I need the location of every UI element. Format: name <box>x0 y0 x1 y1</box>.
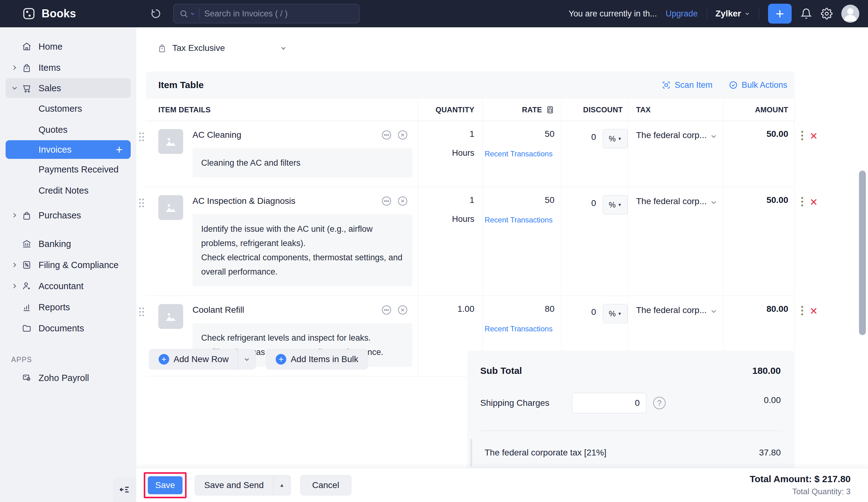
item-name[interactable]: AC Inspection & Diagnosis <box>193 196 296 206</box>
sub-total-value: 180.00 <box>752 366 781 376</box>
tax-mode-dropdown[interactable]: Tax Exclusive <box>157 43 287 53</box>
add-items-in-bulk-button[interactable]: +Add Items in Bulk <box>266 349 368 369</box>
chevron-right-icon[interactable] <box>11 261 19 269</box>
bulk-actions-button[interactable]: Bulk Actions <box>728 80 787 90</box>
save-and-send-button[interactable]: Save and Send ▲ <box>195 475 291 495</box>
item-table-panel: Item Table Scan Item Bulk Actions ITEM D… <box>146 71 795 376</box>
search-divider <box>199 8 199 20</box>
sidebar-item-banking[interactable]: Banking <box>0 233 136 254</box>
total-amount-value: $ 217.80 <box>814 474 851 484</box>
drag-handle[interactable] <box>138 198 145 209</box>
item-name[interactable]: AC Cleaning <box>193 130 241 140</box>
drag-handle[interactable] <box>138 306 145 318</box>
sidebar-item-reports[interactable]: Reports <box>0 296 136 318</box>
sidebar-item-invoices[interactable]: Invoices + <box>6 140 131 159</box>
help-question-icon[interactable]: ? <box>653 397 665 409</box>
settings-button[interactable] <box>821 8 833 20</box>
row-menu-icon[interactable] <box>800 196 804 209</box>
collapse-sidebar-button[interactable] <box>113 477 136 502</box>
quantity-cell[interactable]: 1 Hours <box>418 187 483 296</box>
item-description[interactable]: Identify the issue with the AC unit (e.g… <box>193 215 412 286</box>
total-amount-label: Total Amount: <box>750 474 812 484</box>
history-button[interactable] <box>149 8 162 20</box>
sidebar-item-purchases[interactable]: Purchases <box>0 205 136 226</box>
item-image-placeholder[interactable] <box>158 195 183 220</box>
scan-item-button[interactable]: Scan Item <box>662 80 712 90</box>
sidebar-item-sales[interactable]: Sales <box>6 78 131 98</box>
rate-cell[interactable]: 50 Recent Transactions <box>483 121 561 187</box>
sidebar-item-filing-compliance[interactable]: Filing & Compliance <box>0 254 136 275</box>
item-image-placeholder[interactable] <box>158 129 183 154</box>
recent-transactions-link[interactable]: Recent Transactions <box>483 149 555 158</box>
search-input[interactable] <box>204 9 354 19</box>
drag-handle[interactable] <box>138 132 145 143</box>
discount-cell[interactable]: 0 %▼ <box>561 121 628 187</box>
sidebar-item-credit-notes[interactable]: Credit Notes <box>0 180 136 201</box>
chevron-down-icon[interactable] <box>11 84 19 92</box>
sidebar-item-payments-received[interactable]: Payments Received <box>0 159 136 180</box>
save-and-send-dropdown[interactable]: ▲ <box>273 475 291 495</box>
caret-down-icon: ▼ <box>618 202 622 207</box>
sidebar-item-items[interactable]: Items <box>0 57 136 78</box>
totals-summary: Total Amount: $ 217.80 Total Quantity: 3 <box>750 474 851 496</box>
delete-row-icon[interactable] <box>809 197 818 208</box>
chevron-down-icon <box>710 132 718 140</box>
chevron-right-icon[interactable] <box>11 282 19 290</box>
global-search[interactable] <box>173 4 360 23</box>
gear-icon <box>821 8 833 20</box>
add-new-row-button[interactable]: +Add New Row <box>149 349 256 369</box>
sidebar: Home Items Sales Customers Quotes Invoic… <box>0 27 136 502</box>
discount-cell[interactable]: 0 %▼ <box>561 187 628 296</box>
sidebar-item-quotes[interactable]: Quotes <box>0 119 136 140</box>
recent-transactions-link[interactable]: Recent Transactions <box>483 216 555 224</box>
sidebar-item-home[interactable]: Home <box>0 36 136 57</box>
item-description[interactable]: Cleaning the AC and filters <box>193 148 412 177</box>
column-amount: AMOUNT <box>724 99 795 121</box>
search-scope-chevron-icon[interactable] <box>190 11 195 17</box>
item-more-icon[interactable] <box>381 304 392 316</box>
shipping-charges-input[interactable] <box>572 393 646 413</box>
item-image-placeholder[interactable] <box>158 304 183 329</box>
delete-row-icon[interactable] <box>809 306 818 317</box>
discount-unit-dropdown[interactable]: %▼ <box>603 195 628 215</box>
caret-down-icon: ▼ <box>618 311 622 316</box>
vertical-scrollbar[interactable] <box>859 171 866 335</box>
recent-transactions-link[interactable]: Recent Transactions <box>483 325 555 333</box>
notifications-button[interactable] <box>800 8 812 20</box>
item-more-icon[interactable] <box>381 129 392 141</box>
sidebar-item-accountant[interactable]: Accountant <box>0 275 136 296</box>
table-row: AC Cleaning Cleaning the AC and filters … <box>146 121 795 187</box>
org-switcher[interactable]: Zylker <box>715 9 751 19</box>
item-clear-icon[interactable] <box>397 129 409 141</box>
item-more-icon[interactable] <box>381 195 392 207</box>
add-new-row-dropdown[interactable] <box>238 349 255 369</box>
row-menu-icon[interactable] <box>800 130 804 143</box>
item-name[interactable]: Coolant Refill <box>193 305 244 315</box>
row-menu-icon[interactable] <box>800 305 804 318</box>
discount-unit-dropdown[interactable]: %▼ <box>603 304 628 323</box>
rate-cell[interactable]: 50 Recent Transactions <box>483 187 561 296</box>
discount-unit-dropdown[interactable]: %▼ <box>603 129 628 148</box>
quick-create-button[interactable]: + <box>768 4 792 23</box>
save-button[interactable]: Save <box>148 476 183 494</box>
delete-row-icon[interactable] <box>809 131 818 142</box>
tax-dropdown[interactable]: The federal corp... <box>628 121 724 187</box>
item-clear-icon[interactable] <box>397 195 409 207</box>
chevron-right-icon[interactable] <box>11 211 19 219</box>
tax-dropdown[interactable]: The federal corp... <box>628 187 724 296</box>
sidebar-item-documents[interactable]: Documents <box>0 318 136 339</box>
calculator-icon[interactable] <box>546 105 555 114</box>
upgrade-link[interactable]: Upgrade <box>665 9 698 19</box>
quantity-cell[interactable]: 1 Hours <box>418 121 483 187</box>
sidebar-item-customers[interactable]: Customers <box>0 98 136 119</box>
sidebar-item-zoho-payroll[interactable]: Zoho Payroll <box>0 367 136 388</box>
brand[interactable]: Books <box>0 7 136 21</box>
item-clear-icon[interactable] <box>397 304 409 316</box>
user-avatar[interactable] <box>841 5 859 23</box>
apps-section-header: APPS <box>0 352 136 367</box>
chevron-right-icon[interactable] <box>11 64 19 72</box>
plus-circle-icon: + <box>159 354 169 365</box>
cancel-button[interactable]: Cancel <box>300 475 351 495</box>
table-row: AC Inspection & Diagnosis Identify the i… <box>146 187 795 296</box>
purchases-bag-icon <box>22 210 32 220</box>
